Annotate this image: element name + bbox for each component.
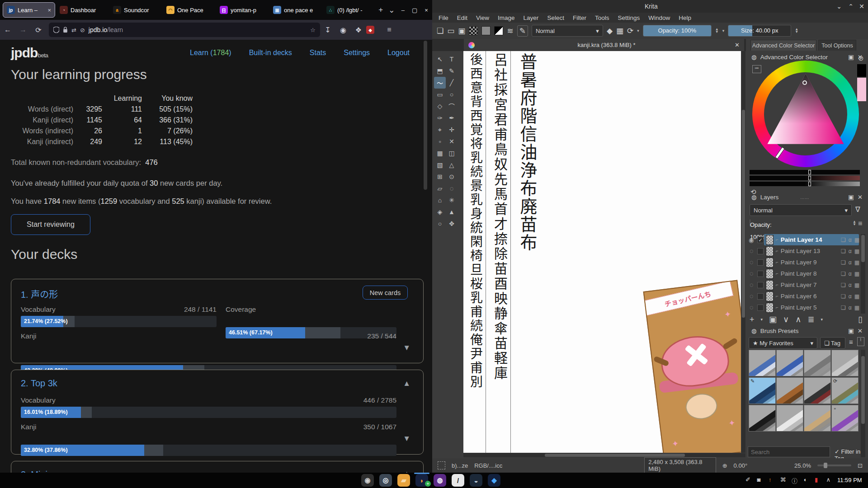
tool-icon[interactable]: ✒ — [446, 112, 458, 124]
nav-learn[interactable]: Learn (1784) — [190, 49, 231, 57]
nav-settings[interactable]: Settings — [344, 49, 370, 57]
tool-icon[interactable]: ⊙ — [446, 171, 458, 183]
tool-icon[interactable]: ▲ — [446, 206, 458, 218]
fullscreen-icon[interactable]: ⊡ — [858, 462, 863, 469]
taskbar-app-icon[interactable]: ◎ — [379, 474, 392, 487]
lock-icon[interactable] — [63, 27, 68, 33]
tool-icon[interactable]: ◌ — [446, 183, 458, 194]
tray-icon[interactable]: ⓘ — [792, 476, 797, 485]
brush-preset[interactable]: ∘ — [831, 405, 859, 432]
brush-preset[interactable] — [776, 350, 803, 376]
document-close-icon[interactable]: ✕ — [735, 42, 740, 48]
document-tab[interactable]: kanji.kra (363.8 MiB) * ✕ — [464, 39, 744, 51]
layer-row[interactable]: ◉ ✓ ⌐ Paint Layer 14 ❏α▦ — [748, 234, 866, 245]
permissions-icon[interactable]: ⇄ — [71, 27, 76, 33]
tray-icon[interactable]: ▮ — [815, 476, 818, 483]
jpdb-logo[interactable]: jpdbbeta — [11, 45, 48, 61]
tool-icon[interactable]: ✎ — [446, 65, 458, 77]
move-layer-down-button[interactable]: ∨ — [783, 314, 789, 324]
brush-preset[interactable] — [776, 377, 803, 404]
brush-preset[interactable] — [804, 405, 831, 432]
layer-alpha-icon[interactable]: α — [849, 271, 852, 277]
color-wheel[interactable] — [752, 61, 859, 167]
layer-row[interactable]: ◌ ⌐ Paint Layer 9 ❏α▦ — [748, 257, 866, 268]
close-docker-icon[interactable]: ✕ — [858, 327, 863, 334]
open-document-icon[interactable]: ▭ — [447, 26, 454, 36]
no-color-icon[interactable]: ⊘ — [858, 54, 864, 62]
layer-checkbox[interactable]: ✓ — [757, 237, 764, 243]
account-button[interactable]: ◉ — [335, 26, 351, 34]
brush-option-list-icon[interactable]: ≋ — [507, 26, 513, 36]
taskbar-app-icon[interactable]: ◒ — [470, 474, 482, 487]
tray-icon[interactable]: ↑ — [769, 476, 772, 483]
layer-thumbnail[interactable] — [766, 235, 774, 245]
layer-checkbox[interactable] — [757, 282, 764, 288]
window-minimize-button[interactable]: – — [397, 4, 409, 16]
brush-search-input[interactable] — [748, 446, 830, 457]
layer-lock-icon[interactable]: ❏ — [841, 259, 846, 266]
layer-lock-icon[interactable]: ❏ — [841, 282, 846, 288]
brush-preset[interactable] — [749, 405, 776, 432]
tray-icon[interactable]: ∧ — [826, 476, 831, 483]
layer-checkbox[interactable] — [757, 271, 764, 277]
reload-button[interactable]: ⟳ — [31, 26, 46, 34]
layer-visibility-icon[interactable]: ◌ — [748, 304, 755, 311]
reload-preset-icon[interactable]: ⟳ — [627, 26, 633, 36]
tray-icon[interactable]: ✐ — [745, 476, 750, 483]
layer-opacity-slider[interactable]: Opacity: 100% — [750, 219, 750, 227]
layer-alpha-icon[interactable]: α — [849, 248, 852, 254]
tool-icon[interactable]: ▫ — [434, 136, 446, 147]
layer-visibility-icon[interactable]: ◌ — [748, 259, 755, 266]
layer-lock-icon[interactable]: ❏ — [841, 293, 846, 300]
layer-visibility-icon[interactable]: ◌ — [748, 293, 755, 300]
brush-preset[interactable] — [749, 350, 776, 376]
menu-item[interactable]: Layer — [524, 14, 539, 21]
tool-icon[interactable]: ⊞ — [434, 171, 446, 183]
browser-tab[interactable]: 日 yomitan-p — [216, 2, 269, 18]
tool-icon[interactable]: ✕ — [446, 136, 458, 147]
opacity-spinner[interactable]: ▲▼ — [715, 28, 719, 33]
layer-lock-icon[interactable]: ❏ — [841, 271, 846, 277]
close-docker-icon[interactable]: ✕ — [858, 193, 863, 201]
layer-alpha-lock-icon[interactable]: ▦ — [854, 282, 859, 288]
new-tab-button[interactable]: + — [375, 5, 386, 14]
selector-settings-icon[interactable]: ≔ — [752, 65, 761, 73]
start-reviewing-button[interactable]: Start reviewing — [11, 214, 90, 235]
window-close-button[interactable]: ✕ — [859, 3, 864, 10]
fg-bg-colors-chip[interactable] — [494, 26, 503, 35]
tray-icon[interactable]: ◖ — [803, 476, 807, 483]
layer-name[interactable]: Paint Layer 8 — [781, 270, 839, 277]
layer-menu-icon[interactable]: ≡ — [858, 220, 862, 228]
value-strip-2[interactable] — [750, 176, 860, 180]
recent-color-swatch[interactable] — [857, 78, 866, 101]
new-document-icon[interactable]: ❏ — [437, 26, 443, 36]
browser-tab[interactable]: ◔ Dashboar — [56, 2, 108, 18]
layer-visibility-icon[interactable]: ◉ — [748, 236, 755, 244]
window-maximize-button[interactable]: ▢ — [409, 4, 420, 16]
docker-lock-icon[interactable]: ◍ — [751, 327, 757, 334]
layer-checkbox[interactable] — [757, 293, 764, 300]
layer-alpha-icon[interactable]: α — [849, 293, 852, 300]
layer-alpha-lock-icon[interactable]: ▦ — [854, 259, 859, 266]
url-bar[interactable]: ⇄ ⊘ jpdb.io/learn ☆ — [49, 23, 320, 37]
browser-tab[interactable]: ◠ One Pace — [163, 2, 215, 18]
float-docker-icon[interactable]: ▣ — [848, 193, 854, 201]
layer-name[interactable]: Paint Layer 9 — [781, 259, 839, 266]
layer-name[interactable]: Paint Layer 14 — [781, 236, 839, 243]
taskbar-app-icon[interactable]: ◆ — [488, 474, 500, 487]
brush-preset[interactable] — [804, 377, 831, 404]
ublock-icon[interactable]: ◆ — [366, 26, 382, 34]
layer-alpha-lock-icon[interactable]: ▦ — [854, 237, 859, 243]
chevron-down-icon[interactable]: ▼ — [403, 343, 410, 352]
tool-icon[interactable]: ▧ — [434, 159, 446, 171]
canvas[interactable]: 後西意背西覚将乳続景乳身統閑椅旦桜乳甫続俺尹甫別 呂社採宮君甫鳥奴先馬首才捺除苗… — [463, 51, 741, 453]
menu-item[interactable]: File — [439, 14, 448, 21]
nav-stats[interactable]: Stats — [310, 49, 326, 57]
layer-row[interactable]: ◌ ⌐ Paint Layer 7 ❏α▦ — [748, 279, 866, 291]
menu-item[interactable]: Tools — [595, 14, 609, 21]
menu-item[interactable]: View — [476, 14, 489, 21]
tool-icon[interactable]: ◈ — [434, 206, 446, 218]
reload-dropdown-arrow[interactable]: ▾ — [637, 28, 639, 33]
layer-row[interactable]: ◌ ⌐ Paint Layer 8 ❏α▦ — [748, 268, 866, 279]
canvas-vscrollbar[interactable] — [741, 51, 745, 453]
